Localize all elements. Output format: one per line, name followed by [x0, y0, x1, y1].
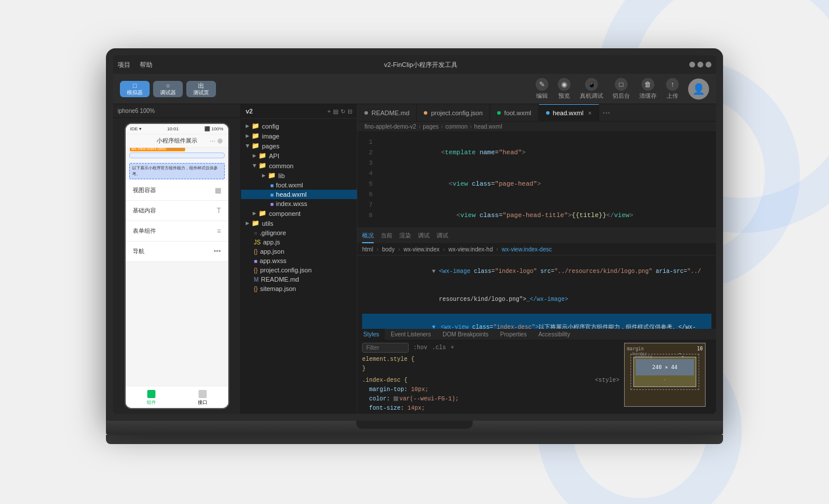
filter-cls[interactable]: .cls	[432, 343, 446, 353]
refresh-icon[interactable]: ↻	[341, 108, 345, 115]
editor-code[interactable]: 1 2 3 4 5 6 7 8 <template name="head">	[357, 132, 716, 228]
tab-readme[interactable]: README.md	[357, 104, 417, 122]
tree-item-label: common	[269, 162, 293, 169]
folder-icon: 📁	[251, 132, 260, 140]
status-right: ⬛ 100%	[204, 126, 224, 132]
maximize-button[interactable]	[697, 62, 703, 68]
tab-foot-wxml[interactable]: foot.wxml	[490, 104, 539, 122]
html-path-wx-view-index-desc[interactable]: wx-view.index-desc	[502, 246, 552, 253]
style-tab-properties[interactable]: Properties	[494, 329, 533, 340]
html-path-wx-view-index-hd[interactable]: wx-view.index-hd	[448, 246, 493, 253]
simulator-button[interactable]: □ 模拟器	[120, 81, 150, 97]
dom-line-2: ▼ <wx-view class="index-desc">以下将展示小程序官方…	[362, 314, 711, 329]
tree-item-app-wxss[interactable]: ■ app.wxss	[241, 256, 357, 265]
style-tab-event-listeners[interactable]: Event Listeners	[385, 329, 437, 340]
debugger-button[interactable]: ○ 调试器	[153, 81, 183, 97]
tree-arrow-icon: ▶	[253, 211, 256, 216]
menu-project[interactable]: 项目	[118, 61, 130, 69]
filter-hov[interactable]: :hov	[413, 343, 427, 353]
inspector-style-tabs: Styles Event Listeners DOM Breakpoints P…	[357, 329, 716, 340]
tree-item-readme[interactable]: M README.md	[241, 275, 357, 284]
preview-action[interactable]: ◉ 预览	[558, 78, 571, 100]
style-tab-accessibility[interactable]: Accessibility	[533, 329, 576, 340]
tree-item-gitignore[interactable]: ○ .gitignore	[241, 228, 357, 237]
html-path-body[interactable]: body	[382, 246, 395, 253]
filetree-title: v2	[246, 108, 253, 115]
tab-label: README.md	[371, 109, 409, 116]
html-path-wx-view-index[interactable]: wx-view.index	[403, 246, 440, 253]
tree-item-index-wxss[interactable]: ■ index.wxss	[241, 199, 357, 208]
real-debug-action[interactable]: 📱 真机调试	[580, 78, 603, 100]
tree-item-sitemap[interactable]: {} sitemap.json	[241, 284, 357, 293]
breadcrumb-0: fino-applet-demo-v2	[364, 123, 416, 130]
style-tab-dom-breakpoints[interactable]: DOM Breakpoints	[437, 329, 494, 340]
style-val: 10px;	[411, 386, 428, 393]
tree-item-project-config[interactable]: {} project.config.json	[241, 265, 357, 275]
tab-head-wxml[interactable]: head.wxml ×	[539, 104, 599, 122]
style-val: var(--weui-FG-1);	[399, 396, 459, 402]
html-path-html[interactable]: html	[362, 246, 373, 253]
breadcrumb-sep: ›	[441, 123, 443, 130]
user-avatar[interactable]: 👤	[688, 79, 709, 100]
menu-help[interactable]: 帮助	[140, 61, 153, 69]
tab-more-button[interactable]: ···	[599, 108, 614, 118]
phone-tab-api[interactable]: 接口	[177, 390, 228, 406]
close-button[interactable]	[706, 62, 711, 68]
edit-action[interactable]: ✎ 编辑	[536, 78, 548, 100]
phone-menu-item-3[interactable]: 导航 •••	[126, 242, 228, 262]
laptop-foot	[106, 435, 723, 444]
code-content[interactable]: <template name="head"> <view class="page…	[375, 132, 716, 228]
style-rule-element: element.style { }	[362, 355, 619, 374]
tree-arrow-icon: ▶	[253, 153, 256, 158]
phone-menu-item-0[interactable]: 视图容器 ▦	[126, 180, 228, 201]
tree-item-foot-wxml[interactable]: ■ foot.wxml	[241, 180, 357, 190]
edit-label: 编辑	[536, 92, 548, 100]
inspector-tab-current[interactable]: 当前	[381, 230, 392, 243]
editor-panel: README.md project.config.json foot.wxml	[357, 104, 716, 414]
tree-item-app-js[interactable]: JS app.js	[241, 237, 357, 247]
inspector-tab-debug1[interactable]: 调试	[418, 230, 430, 243]
tree-arrow-icon: ▶	[246, 123, 249, 129]
ide-title: v2-FinClip小程序开发工具	[153, 61, 689, 69]
filter-input[interactable]	[362, 343, 409, 353]
tree-item-label: app.wxss	[260, 257, 286, 264]
tree-item-component[interactable]: ▶ 📁 component	[241, 208, 357, 218]
tree-item-head-wxml[interactable]: ■ head.wxml	[241, 190, 357, 199]
tree-item-common[interactable]: ▶ 📁 common	[241, 161, 357, 171]
collapse-icon[interactable]: ⊟	[348, 108, 352, 115]
background-action[interactable]: □ 切后台	[612, 78, 630, 100]
window-buttons	[689, 62, 711, 68]
tree-item-api[interactable]: ▶ 📁 API	[241, 151, 357, 161]
menu-item-icon-0: ▦	[215, 186, 221, 194]
simulator-phone-area: IDE ▾ 10:01 ⬛ 100% 小程序组件展示 ··· ⊕	[113, 118, 240, 414]
phone-menu-item-1[interactable]: 基础内容 T	[126, 201, 228, 221]
menu-item-label-1: 基础内容	[133, 207, 156, 215]
real-debug-icon: 📱	[585, 78, 598, 91]
phone-menu-item-2[interactable]: 表单组件 ≡	[126, 221, 228, 242]
clear-cache-action[interactable]: 🗑 清缓存	[639, 78, 657, 100]
phone-highlight-text: 以下展示小程序官方组件能力，组件样式仅供参考。	[132, 165, 222, 177]
testpage-button[interactable]: 出 测试页	[186, 81, 216, 97]
new-folder-icon[interactable]: ▤	[333, 108, 338, 115]
inspector-tab-debug2[interactable]: 调试	[437, 230, 448, 243]
filter-add[interactable]: +	[451, 343, 454, 353]
tree-item-utils[interactable]: ▶ 📁 utils	[241, 218, 357, 228]
tree-item-label: component	[269, 210, 300, 217]
tree-item-config[interactable]: ▶ 📁 config	[241, 121, 357, 131]
simulator-panel: iphone6 100% IDE ▾ 10:01 ⬛ 100% 小程序组件	[113, 104, 241, 414]
tree-item-lib[interactable]: ▶ 📁 lib	[241, 171, 357, 180]
tree-item-image[interactable]: ▶ 📁 image	[241, 131, 357, 141]
tab-project-config[interactable]: project.config.json	[417, 104, 490, 122]
tab-close-button[interactable]: ×	[588, 110, 591, 116]
inspector-tab-overview[interactable]: 概况	[362, 230, 374, 243]
code-gutter: 1 2 3 4 5 6 7 8	[357, 132, 375, 228]
tree-item-pages[interactable]: ▶ 📁 pages	[241, 141, 357, 151]
new-file-icon[interactable]: +	[327, 108, 331, 115]
style-tab-styles[interactable]: Styles	[357, 329, 385, 340]
tree-item-app-json[interactable]: {} app.json	[241, 247, 357, 256]
upload-action[interactable]: ↑ 上传	[666, 78, 679, 100]
inspector-tab-render[interactable]: 渲染	[399, 230, 411, 243]
phone-menu-dots[interactable]: ··· ⊕	[210, 137, 223, 145]
minimize-button[interactable]	[689, 62, 695, 68]
phone-tab-component[interactable]: 组件	[126, 390, 177, 406]
